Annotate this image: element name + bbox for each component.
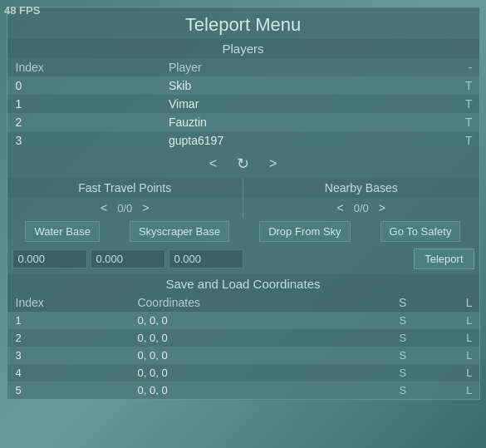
nav-row: < ↻ > (7, 150, 479, 178)
sl-col-s: S (344, 293, 413, 312)
sl-row-index: 5 (7, 382, 130, 399)
ft-nav-right[interactable]: > (142, 201, 149, 214)
x-coord-input[interactable] (12, 249, 87, 268)
player-teleport-btn[interactable]: T (404, 131, 479, 150)
sl-row-index: 2 (7, 329, 130, 347)
fast-travel-nav: < 0/0 > (7, 198, 243, 218)
fast-travel-left: Fast Travel Points < 0/0 > (7, 178, 244, 218)
player-teleport-btn[interactable]: T (404, 113, 479, 131)
fast-travel-header: Fast Travel Points (7, 178, 243, 198)
player-index: 1 (7, 95, 161, 113)
drop-from-sky-button[interactable]: Drop From Sky (259, 221, 350, 242)
nav-refresh-button[interactable]: ↻ (237, 155, 249, 173)
sl-load-btn[interactable]: L (413, 312, 479, 329)
menu-title: Teleport Menu (7, 7, 479, 39)
sl-row-index: 4 (7, 364, 130, 382)
save-load-row: 3 0, 0, 0 S L (7, 347, 479, 364)
sl-load-btn[interactable]: L (413, 329, 479, 347)
sl-save-btn[interactable]: S (344, 347, 413, 364)
player-teleport-btn[interactable]: T (404, 95, 479, 113)
nb-nav-left[interactable]: < (337, 201, 344, 214)
player-name: Fauztin (160, 113, 404, 131)
save-load-row: 5 0, 0, 0 S L (7, 382, 479, 399)
sl-load-btn[interactable]: L (413, 382, 479, 399)
skyscraper-base-button[interactable]: Skyscraper Base (130, 221, 229, 242)
player-index: 2 (7, 113, 161, 131)
player-teleport-btn[interactable]: T (404, 76, 479, 95)
teleport-button[interactable]: Teleport (414, 249, 474, 269)
sl-load-btn[interactable]: L (413, 347, 479, 364)
ft-nav-left[interactable]: < (101, 201, 107, 214)
nb-nav-right[interactable]: > (379, 201, 385, 214)
save-load-row: 1 0, 0, 0 S L (7, 312, 479, 329)
y-coord-input[interactable] (91, 249, 165, 268)
nav-left-button[interactable]: < (206, 156, 220, 171)
nearby-bases-header: Nearby Bases (243, 178, 479, 198)
z-coord-input[interactable] (169, 249, 243, 268)
sl-row-index: 3 (7, 347, 130, 364)
sl-col-coords: Coordinates (129, 293, 344, 312)
sl-row-index: 1 (7, 312, 130, 329)
player-index: 3 (7, 131, 161, 150)
sl-save-btn[interactable]: S (344, 382, 413, 399)
save-load-row: 2 0, 0, 0 S L (7, 329, 479, 347)
save-load-section: Save and Load Coordinates Index Coordina… (7, 274, 479, 399)
teleport-menu-panel: Teleport Menu Players Index Player - 0 S… (7, 7, 480, 400)
save-load-table: Index Coordinates S L 1 0, 0, 0 S L 2 0,… (7, 293, 479, 399)
go-to-safety-button[interactable]: Go To Safety (380, 221, 461, 242)
player-row: 2 Fauztin T (7, 113, 479, 131)
players-section-header: Players (7, 39, 479, 58)
nb-counter: 0/0 (354, 202, 369, 214)
player-index: 0 (7, 76, 161, 95)
sl-row-coords: 0, 0, 0 (129, 347, 344, 364)
nearby-bases-right: Nearby Bases < 0/0 > (243, 178, 479, 218)
nearby-bases-nav: < 0/0 > (243, 198, 479, 218)
water-base-button[interactable]: Water Base (25, 221, 99, 242)
player-row: 0 Skib T (7, 76, 479, 95)
player-row: 1 Vimar T (7, 95, 479, 113)
travel-points-row: Water Base Skyscraper Base Drop From Sky… (7, 218, 479, 245)
nav-right-button[interactable]: > (266, 156, 280, 171)
player-name: gupta6197 (160, 131, 404, 150)
col-index: Index (7, 58, 161, 76)
sl-load-btn[interactable]: L (413, 364, 479, 382)
sl-save-btn[interactable]: S (344, 364, 413, 382)
col-action: - (404, 58, 479, 76)
fps-counter: 48 FPS (4, 4, 40, 17)
coords-input-row: Teleport (7, 245, 479, 273)
sl-save-btn[interactable]: S (344, 329, 413, 347)
sl-row-coords: 0, 0, 0 (129, 364, 344, 382)
fast-travel-section: Fast Travel Points < 0/0 > Nearby Bases … (7, 178, 479, 218)
save-load-row: 4 0, 0, 0 S L (7, 364, 479, 382)
sl-row-coords: 0, 0, 0 (129, 312, 344, 329)
sl-save-btn[interactable]: S (344, 312, 413, 329)
sl-col-index: Index (7, 293, 130, 312)
sl-row-coords: 0, 0, 0 (129, 329, 344, 347)
player-name: Skib (160, 76, 404, 95)
player-name: Vimar (160, 95, 404, 113)
save-load-header: Save and Load Coordinates (7, 274, 479, 293)
ft-counter: 0/0 (117, 202, 132, 214)
sl-row-coords: 0, 0, 0 (129, 382, 344, 399)
sl-col-l: L (413, 293, 479, 312)
players-table: Index Player - 0 Skib T 1 Vimar T 2 Fauz… (7, 58, 479, 150)
col-player: Player (160, 58, 404, 76)
player-row: 3 gupta6197 T (7, 131, 479, 150)
